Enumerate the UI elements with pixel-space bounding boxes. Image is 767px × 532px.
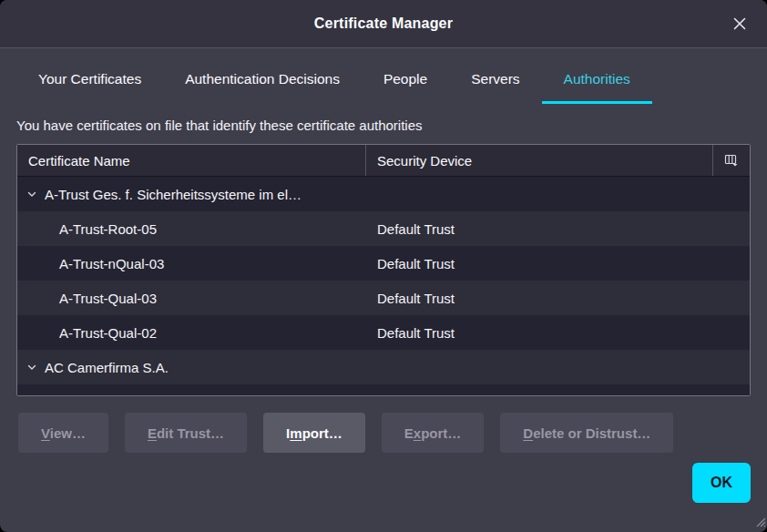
security-device: Default Trust	[366, 325, 750, 341]
titlebar: Certificate Manager	[0, 0, 767, 48]
ok-button[interactable]: OK	[692, 463, 751, 503]
security-device: Default Trust	[366, 256, 750, 271]
table-row[interactable]: A-Trust-nQual-03 Default Trust	[17, 246, 750, 281]
certificates-table: Certificate Name Security Device A-Trust…	[16, 144, 751, 396]
table-header: Certificate Name Security Device	[17, 145, 750, 177]
security-device: Default Trust	[366, 394, 750, 396]
column-picker-icon	[724, 154, 739, 167]
label-post: port…	[421, 425, 461, 441]
group-name: AC Camerfirma S.A.	[45, 360, 169, 375]
tab-servers[interactable]: Servers	[449, 56, 541, 104]
certificate-manager-dialog: Certificate Manager Your Certificates Au…	[0, 0, 767, 532]
label-post: port…	[302, 425, 343, 441]
security-device: Default Trust	[366, 291, 750, 306]
column-picker-button[interactable]	[713, 145, 750, 176]
table-body: A-Trust Ges. f. Sicherheitssysteme im el…	[17, 177, 750, 395]
label-post: elete or Distrust…	[533, 425, 650, 441]
table-row-group[interactable]: AC Camerfirma S.A.	[17, 350, 750, 384]
table-row[interactable]: A-Trust-Root-05 Default Trust	[17, 211, 750, 246]
column-header-certificate-name[interactable]: Certificate Name	[17, 145, 366, 176]
label-accesskey: m	[290, 425, 302, 441]
group-name: A-Trust Ges. f. Sicherheitssysteme im el…	[45, 187, 302, 202]
close-button[interactable]	[725, 9, 754, 38]
table-row-clipped[interactable]: Chambers of Commerce Root - 2008 Default…	[17, 384, 750, 395]
tab-people[interactable]: People	[362, 56, 449, 104]
chevron-down-icon[interactable]	[27, 364, 36, 371]
export-button[interactable]: Export…	[382, 413, 485, 453]
resize-grip[interactable]	[752, 514, 766, 531]
certificate-name: A-Trust-Root-05	[17, 221, 366, 237]
dialog-title: Certificate Manager	[314, 15, 453, 32]
table-row[interactable]: A-Trust-Qual-03 Default Trust	[17, 281, 750, 315]
tab-authentication-decisions[interactable]: Authentication Decisions	[163, 56, 362, 104]
dialog-footer: OK	[0, 453, 767, 503]
view-button[interactable]: View…	[18, 413, 108, 453]
table-row-group[interactable]: A-Trust Ges. f. Sicherheitssysteme im el…	[17, 177, 750, 211]
import-button[interactable]: Import…	[263, 413, 365, 453]
certificate-name: A-Trust-Qual-02	[17, 325, 366, 341]
certificate-name: A-Trust-nQual-03	[17, 256, 366, 271]
label-pre: E	[404, 425, 414, 441]
label-accesskey: x	[414, 425, 421, 441]
security-device: Default Trust	[366, 221, 750, 237]
certificate-name: A-Trust-Qual-03	[17, 291, 366, 306]
chevron-down-icon[interactable]	[27, 191, 36, 198]
edit-trust-button[interactable]: Edit Trust…	[125, 413, 247, 453]
delete-or-distrust-button[interactable]: Delete or Distrust…	[500, 413, 673, 453]
label-post: iew…	[50, 425, 86, 441]
table-row[interactable]: A-Trust-Qual-02 Default Trust	[17, 315, 750, 350]
label-accesskey: V	[41, 425, 50, 441]
description-text: You have certificates on file that ident…	[0, 104, 767, 144]
label-accesskey: E	[148, 425, 157, 441]
tab-bar: Your Certificates Authentication Decisio…	[0, 56, 767, 104]
label-post: dit Trust…	[157, 425, 224, 441]
close-icon	[732, 16, 747, 31]
action-button-bar: View… Edit Trust… Import… Export… Delete…	[0, 396, 767, 453]
certificate-name: Chambers of Commerce Root - 2008	[17, 394, 366, 396]
column-header-security-device[interactable]: Security Device	[366, 145, 713, 176]
tab-your-certificates[interactable]: Your Certificates	[16, 56, 163, 104]
label-accesskey: D	[523, 425, 533, 441]
tab-authorities[interactable]: Authorities	[542, 56, 652, 104]
